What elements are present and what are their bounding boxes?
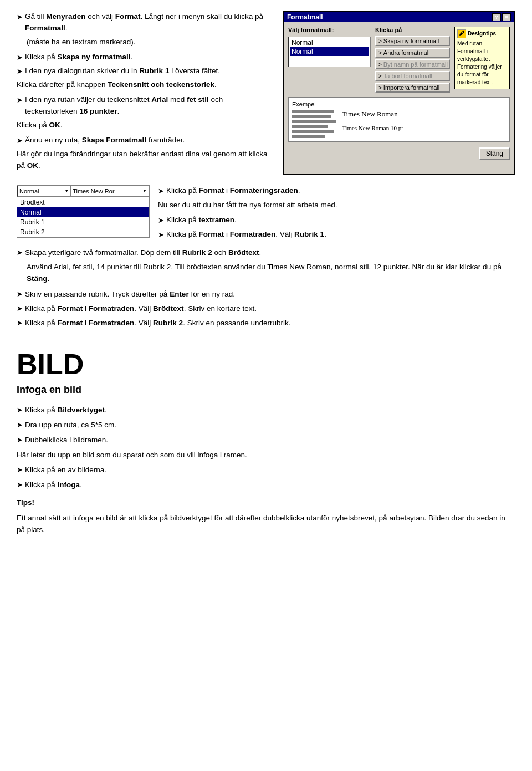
help-button[interactable]: ?	[492, 13, 501, 21]
left-arrow-2: ➤ Klicka på Skapa ny formatmall.	[17, 52, 272, 63]
left-arrow-1: ➤ Gå till Menyraden och välj Format. Lån…	[17, 11, 272, 34]
arrow-icon-2: ➤	[17, 52, 23, 63]
format-list-box[interactable]: Normal Normal	[288, 37, 371, 67]
ex-line-2	[292, 115, 331, 118]
byt-namn-btn[interactable]: > Byt namn på formatmall	[375, 59, 450, 69]
left-p2: (måste ha en textram markerad).	[27, 37, 272, 48]
bild-arrow-icon-1: ➤	[17, 405, 23, 416]
bild-arrow-icon-3: ➤	[17, 435, 23, 446]
arrow-icon-1: ➤	[17, 12, 23, 23]
left-arrow-4: ➤ I den nya rutan väljer du teckensnitte…	[17, 94, 272, 118]
titlebar-buttons: ? ✕	[492, 13, 511, 21]
left-p4: Klicka på OK.	[17, 120, 272, 131]
andra-label: Ändra formatmall	[383, 49, 430, 56]
arrow-icon-4: ➤	[17, 95, 23, 106]
bild-arrow-3: ➤ Dubbelklicka i bildramen.	[17, 434, 515, 446]
example-label: Exempel	[292, 101, 506, 108]
left-text: ➤ Gå till Menyraden och välj Format. Lån…	[17, 11, 272, 175]
formatmall-dialog: Formatmall ? ✕ Välj formatmall: Normal N…	[283, 11, 515, 175]
close-button[interactable]: ✕	[502, 13, 511, 21]
dialog-titlebar: Formatmall ? ✕	[284, 12, 514, 22]
dialog-body: Välj formatmall: Normal Normal Klicka på…	[284, 22, 514, 164]
mid-p1: Nu ser du att du har fått tre nya format…	[158, 200, 515, 211]
list-item-normal[interactable]: Normal	[17, 207, 149, 217]
list-item-rubrik2[interactable]: Rubrik 2	[17, 227, 149, 237]
style-dropdown[interactable]: Normal ▼	[17, 186, 71, 197]
list-item-rubrik1[interactable]: Rubrik 1	[17, 217, 149, 227]
bild-body: ➤ Klicka på Bildverktyget. ➤ Dra upp en …	[17, 404, 515, 535]
example-content: Times New Roman Times New Roman 10 pt	[292, 110, 506, 138]
ta-bort-label: Ta bort formatmall	[383, 73, 432, 79]
example-box: Exempel Times New Roman Times Ne	[288, 97, 510, 142]
format-item-normal2[interactable]: Normal	[290, 47, 369, 56]
mid-arrow-icon-3: ➤	[158, 229, 164, 241]
left-arrow-5: ➤ Ännu en ny ruta, Skapa Formatmall fram…	[17, 135, 272, 146]
skapa-ny-btn[interactable]: > Skapa ny formatmall	[375, 36, 450, 46]
example-font-name: Times New Roman	[342, 110, 403, 121]
dialog-title: Formatmall	[287, 13, 323, 21]
ex-line-1	[292, 110, 334, 113]
stang-button[interactable]: Stäng	[479, 147, 510, 160]
btn-arrow-3: >	[378, 62, 382, 68]
body-arrow-icon-1: ➤	[17, 247, 23, 259]
ta-bort-btn[interactable]: > Ta bort formatmall	[375, 71, 450, 81]
body-arrow-icon-2: ➤	[17, 289, 23, 300]
ex-line-5	[292, 130, 334, 133]
bild-arrow-4: ➤ Klicka på en av bilderna.	[17, 464, 515, 476]
design-tips-header: 🖌 Designtips	[457, 29, 507, 38]
example-text-area: Times New Roman Times New Roman 10 pt	[342, 110, 403, 131]
page-content: ➤ Gå till Menyraden och välj Format. Lån…	[17, 11, 515, 539]
bild-subtitle: Infoga en bild	[17, 384, 515, 396]
left-arrow-3: ➤ I den nya dialogrutan skriver du in Ru…	[17, 65, 272, 77]
middle-section: Normal ▼ Times New Ror ▼ Brödtext Normal…	[17, 185, 515, 243]
body-arrow-2: ➤ Skriv en passande rubrik. Tryck däreft…	[17, 288, 515, 300]
font-dropdown-arrow: ▼	[142, 188, 147, 193]
bild-arrow-2: ➤ Dra upp en ruta, ca 5*5 cm.	[17, 419, 515, 431]
format-item-normal1[interactable]: Normal	[290, 38, 369, 47]
klicka-label: Klicka på	[375, 27, 450, 33]
mid-arrow-icon-2: ➤	[158, 215, 164, 226]
font-dropdown[interactable]: Times New Ror ▼	[71, 186, 149, 197]
body-arrow-4: ➤ Klicka på Format i Formatraden. Välj R…	[17, 317, 515, 329]
format-list-panel: Välj formatmall: Normal Normal	[288, 27, 371, 67]
tips-text: Ett annat sätt att infoga en bild är att…	[17, 512, 515, 536]
body-arrow-3: ➤ Klicka på Format i Formatraden. Välj B…	[17, 303, 515, 315]
dialog-top-row: Välj formatmall: Normal Normal Klicka på…	[288, 27, 510, 93]
btn-arrow-5: >	[378, 85, 382, 91]
ex-line-3	[292, 120, 336, 123]
left-p5: Här gör du inga förändringar utan bekräf…	[17, 149, 272, 172]
design-tips-text: Med rutan Formatmall i verktygsfältet Fo…	[457, 40, 502, 85]
bild-arrow-5: ➤ Klicka på Infoga.	[17, 479, 515, 491]
format-toolbar: Normal ▼ Times New Ror ▼	[17, 186, 149, 197]
bild-arrow-icon-4: ➤	[17, 464, 23, 476]
stang-row: Stäng	[288, 147, 510, 160]
mid-arrow-icon-1: ➤	[158, 186, 164, 197]
btn-arrow-4: >	[378, 73, 382, 79]
design-icon: 🖌	[457, 29, 466, 38]
body-p1: Använd Arial, fet stil, 14 punkter till …	[27, 261, 515, 285]
valj-label: Välj formatmall:	[288, 27, 371, 33]
byt-namn-label: Byt namn på formatmall	[383, 61, 448, 68]
bild-arrow-1: ➤ Klicka på Bildverktyget.	[17, 404, 515, 416]
dialog-center-panel: Klicka på > Skapa ny formatmall > Ändra …	[375, 27, 450, 93]
bild-arrow-icon-2: ➤	[17, 420, 23, 431]
example-lines	[292, 110, 336, 138]
middle-list: Brödtext Normal Rubrik 1 Rubrik 2	[17, 197, 149, 237]
skapa-ny-label: Skapa ny formatmall	[383, 38, 439, 44]
importera-label: Importera formatmall	[383, 84, 439, 91]
bild-title: BILD	[17, 350, 515, 379]
style-dropdown-value: Normal	[19, 188, 39, 195]
font-dropdown-value: Times New Ror	[73, 188, 114, 195]
tips-label: Tips!	[17, 497, 515, 509]
body-arrow-icon-3: ➤	[17, 303, 23, 315]
left-p3: Klicka därefter på knappen Teckensnitt o…	[17, 79, 272, 91]
importera-btn[interactable]: > Importera formatmall	[375, 83, 450, 93]
example-font-size: Times New Roman 10 pt	[342, 125, 403, 131]
ex-line-4	[292, 125, 328, 128]
body-arrow-icon-4: ➤	[17, 318, 23, 329]
andra-btn[interactable]: > Ändra formatmall	[375, 48, 450, 58]
top-section: ➤ Gå till Menyraden och välj Format. Lån…	[17, 11, 515, 175]
list-item-brodtext[interactable]: Brödtext	[17, 197, 149, 207]
ex-line-6	[292, 135, 325, 138]
body-section: ➤ Skapa ytterligare två formatmallar. Dö…	[17, 247, 515, 331]
